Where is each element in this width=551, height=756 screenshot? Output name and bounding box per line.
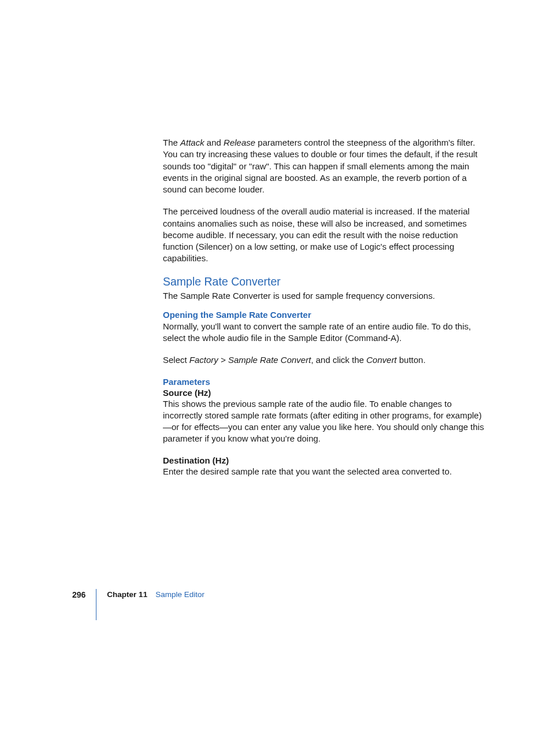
chapter-label: Chapter 11 (107, 590, 147, 620)
paragraph: The Attack and Release parameters contro… (163, 137, 486, 195)
page-footer: 296 Chapter 11 Sample Editor (72, 590, 204, 620)
paragraph: Select Factory > Sample Rate Convert, an… (163, 354, 486, 366)
paragraph: This shows the previous sample rate of t… (163, 398, 486, 445)
text: Select (163, 355, 189, 365)
text-italic: Release (224, 138, 255, 147)
paragraph: Normally, you'll want to convert the sam… (163, 321, 486, 344)
chapter-name: Sample Editor (155, 590, 204, 620)
text: button. (397, 355, 426, 365)
parameter-label: Destination (Hz) (163, 455, 486, 465)
sub-heading: Parameters (163, 377, 486, 387)
page-number: 296 (72, 590, 85, 620)
text: and (204, 138, 224, 147)
text: The (163, 138, 180, 147)
paragraph: The Sample Rate Converter is used for sa… (163, 290, 486, 302)
section-heading: Sample Rate Converter (163, 275, 486, 288)
text-italic: Attack (180, 138, 204, 147)
paragraph: Enter the desired sample rate that you w… (163, 466, 486, 477)
paragraph: The perceived loudness of the overall au… (163, 206, 486, 264)
text-italic: Factory > Sample Rate Convert (189, 355, 311, 365)
text-italic: Convert (366, 355, 397, 365)
parameter-label: Source (Hz) (163, 388, 486, 398)
text: , and click the (311, 355, 366, 365)
sub-heading: Opening the Sample Rate Converter (163, 310, 486, 320)
page-content: The Attack and Release parameters contro… (163, 137, 486, 488)
footer-divider (96, 589, 96, 620)
